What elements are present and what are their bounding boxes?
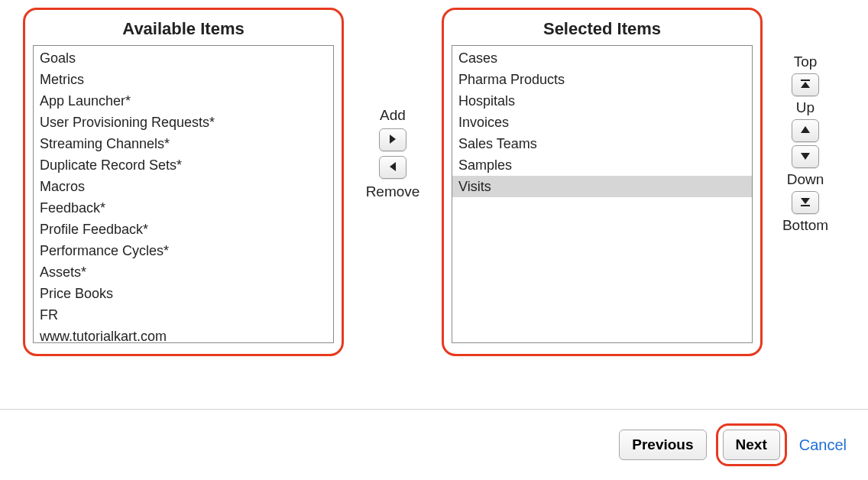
svg-marker-3 [801,82,810,88]
arrow-down-icon [800,151,811,164]
move-top-icon [800,79,811,92]
svg-marker-4 [801,126,810,133]
move-down-button[interactable] [792,145,819,168]
available-items-panel: Available Items GoalsMetricsApp Launcher… [23,8,344,356]
wizard-footer: Previous Next Cancel [0,409,868,480]
list-item[interactable]: Visits [452,176,752,197]
list-item[interactable]: Invoices [452,112,752,133]
list-item[interactable]: Duplicate Record Sets* [34,154,333,176]
list-item[interactable]: Goals [34,47,333,69]
svg-marker-5 [801,153,810,160]
add-button[interactable] [379,128,406,151]
reorder-controls: Top Up Down Bottom [778,54,833,234]
next-button-highlight: Next [716,423,787,466]
list-item[interactable]: Metrics [34,69,333,90]
down-label: Down [787,171,824,188]
svg-marker-0 [390,135,396,144]
list-item[interactable]: Feedback* [34,197,333,219]
list-item[interactable]: Streaming Channels* [34,133,333,154]
top-label: Top [794,54,818,70]
move-top-button[interactable] [792,73,819,96]
list-item[interactable]: App Launcher* [34,90,333,112]
list-item[interactable]: Sales Teams [452,133,752,154]
move-up-button[interactable] [792,119,819,142]
svg-marker-6 [801,198,810,204]
list-item[interactable]: Profile Feedback* [34,219,333,240]
remove-label: Remove [366,183,420,200]
list-item[interactable]: Hospitals [452,90,752,112]
selected-items-panel: Selected Items CasesPharma ProductsHospi… [442,8,763,356]
remove-button[interactable] [379,156,406,179]
available-items-listbox[interactable]: GoalsMetricsApp Launcher*User Provisioni… [33,45,334,343]
selected-items-title: Selected Items [452,16,753,45]
move-bottom-button[interactable] [792,191,819,214]
cancel-link[interactable]: Cancel [799,436,847,454]
list-item[interactable]: FR [34,304,333,326]
list-item[interactable]: Cases [452,47,752,69]
list-item[interactable]: Samples [452,154,752,176]
svg-marker-1 [390,162,396,171]
list-item[interactable]: Performance Cycles* [34,240,333,261]
list-item[interactable]: User Provisioning Requests* [34,112,333,133]
add-remove-controls: Add Remove [359,107,426,200]
arrow-up-icon [800,125,811,138]
next-button[interactable]: Next [723,430,780,460]
previous-button[interactable]: Previous [619,430,706,460]
list-item[interactable]: Pharma Products [452,69,752,90]
bottom-label: Bottom [782,217,828,234]
svg-rect-2 [801,79,810,81]
available-items-title: Available Items [33,16,334,45]
up-label: Up [796,99,815,116]
move-bottom-icon [800,196,811,209]
list-item[interactable]: Price Books [34,283,333,304]
add-label: Add [380,107,406,124]
list-item[interactable]: Assets* [34,261,333,283]
svg-rect-7 [801,205,810,206]
list-item[interactable]: Macros [34,176,333,197]
list-item[interactable]: www.tutorialkart.com [34,326,333,343]
arrow-left-icon [387,161,398,174]
selected-items-listbox[interactable]: CasesPharma ProductsHospitalsInvoicesSal… [452,45,753,343]
arrow-right-icon [387,134,398,147]
